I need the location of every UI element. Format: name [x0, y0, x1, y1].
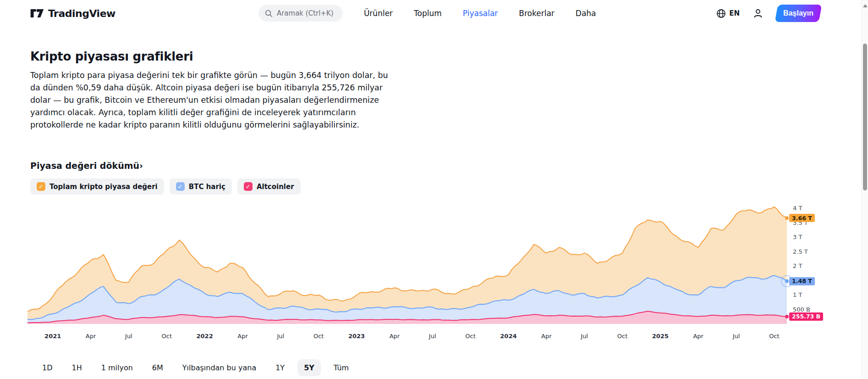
- range-button-1d[interactable]: 1D: [36, 359, 59, 376]
- legend-chip-1[interactable]: ✓BTC hariç: [170, 178, 232, 195]
- x-tick-label: Apr: [390, 333, 400, 340]
- x-tick-label: Apr: [541, 333, 552, 340]
- range-button-5y[interactable]: 5Y: [297, 359, 321, 376]
- time-range-toolbar: 1D1H1 milyon6MYılbaşından bu yana1Y5YTüm: [36, 359, 868, 376]
- x-tick-label: Jul: [277, 333, 284, 340]
- language-switcher[interactable]: EN: [716, 9, 740, 18]
- x-tick-label: Jul: [733, 333, 740, 340]
- user-menu-button[interactable]: [753, 8, 764, 19]
- page-scrollbar[interactable]: [861, 0, 868, 379]
- y-tick-label: 2 T: [793, 262, 802, 269]
- range-button-tüm[interactable]: Tüm: [327, 359, 355, 376]
- last-price-dot-2: [785, 315, 789, 318]
- legend-chip-label: BTC hariç: [189, 183, 225, 191]
- search-icon: [265, 10, 273, 17]
- tradingview-logo-icon: [30, 7, 44, 19]
- x-tick-label: 2025: [652, 333, 669, 340]
- last-price-dot-0: [785, 216, 789, 220]
- checkbox-checked-icon[interactable]: ✓: [176, 182, 185, 191]
- x-tick-label: Oct: [162, 333, 172, 340]
- x-tick-label: Oct: [465, 333, 475, 340]
- nav-item-brokerlar[interactable]: Brokerlar: [519, 9, 555, 18]
- x-tick-label: 2023: [348, 333, 365, 340]
- x-tick-label: 2024: [500, 333, 516, 340]
- legend-chip-2[interactable]: ✓Altcoinler: [237, 178, 301, 195]
- last-price-dot-1: [785, 279, 789, 283]
- main-nav: ÜrünlerToplumPiyasalarBrokerlarDaha: [364, 9, 596, 18]
- x-tick-label: 2022: [197, 333, 213, 340]
- x-axis: 2021AprJulOct2022AprJulOct2023AprJulOct2…: [0, 330, 868, 342]
- x-tick-label: Apr: [237, 333, 248, 340]
- x-tick-label: Oct: [313, 333, 324, 340]
- tradingview-logo[interactable]: TradingView: [30, 7, 115, 19]
- search-placeholder: Aramak (Ctrl+K): [277, 9, 334, 17]
- y-tick-label: 3 T: [793, 234, 802, 240]
- price-badge-2: 255.73 B: [789, 312, 823, 321]
- y-tick-label: 2.5 T: [793, 248, 808, 255]
- x-tick-label: Apr: [86, 333, 96, 340]
- main-content: Kripto piyasası grafikleri Toplam kripto…: [0, 27, 868, 195]
- page-title: Kripto piyasası grafikleri: [30, 50, 868, 63]
- nav-item-toplum[interactable]: Toplum: [414, 9, 442, 18]
- legend-chip-0[interactable]: ✓Toplam kripto piyasa değeri: [30, 178, 164, 195]
- scroll-up-arrow-icon[interactable]: [863, 4, 868, 7]
- legend-chip-label: Altcoinler: [257, 183, 294, 191]
- range-button-1h[interactable]: 1H: [66, 359, 88, 376]
- chart-plot-area[interactable]: [0, 199, 868, 330]
- x-tick-label: Jul: [581, 333, 588, 340]
- x-tick-label: 2021: [44, 333, 61, 340]
- get-started-button[interactable]: Başlayın: [776, 5, 820, 22]
- nav-item-ürünler[interactable]: Ürünler: [364, 9, 393, 18]
- checkbox-checked-icon[interactable]: ✓: [37, 182, 45, 191]
- get-started-label: Başlayın: [776, 5, 820, 22]
- legend-chips: ✓Toplam kripto piyasa değeri✓BTC hariç✓A…: [30, 178, 868, 195]
- x-tick-label: Oct: [769, 333, 779, 340]
- price-badge-1: 1.48 T: [789, 277, 815, 285]
- y-tick-label: 4 T: [793, 205, 802, 212]
- price-badge-0: 3.66 T: [789, 214, 815, 222]
- range-button-yılbaşından-bu-yana[interactable]: Yılbaşından bu yana: [176, 359, 263, 376]
- x-tick-label: Jul: [429, 333, 436, 340]
- x-tick-label: Jul: [125, 333, 132, 340]
- user-icon: [753, 8, 764, 19]
- search-input[interactable]: Aramak (Ctrl+K): [258, 5, 343, 22]
- globe-icon: [716, 9, 726, 18]
- crypto-market-page: TradingView Aramak (Ctrl+K) ÜrünlerToplu…: [0, 0, 868, 379]
- x-tick-label: Apr: [693, 333, 703, 340]
- range-button-1y[interactable]: 1Y: [269, 359, 291, 376]
- nav-item-piyasalar[interactable]: Piyasalar: [463, 9, 498, 18]
- section-title-market-cap-breakdown[interactable]: Piyasa değeri dökümü›: [30, 161, 868, 171]
- logo-text: TradingView: [48, 8, 115, 19]
- checkbox-checked-icon[interactable]: ✓: [244, 182, 253, 191]
- market-cap-chart[interactable]: 4 T3.5 T3 T2.5 T2 T1 T500 B 3.66 T1.48 T…: [0, 199, 868, 330]
- y-tick-label: 1 T: [793, 291, 802, 298]
- top-navbar: TradingView Aramak (Ctrl+K) ÜrünlerToplu…: [0, 0, 868, 27]
- x-tick-label: Oct: [617, 333, 627, 340]
- range-button-1-milyon[interactable]: 1 milyon: [95, 359, 139, 376]
- y-tick-label: 500 B: [793, 306, 810, 313]
- range-button-6m[interactable]: 6M: [146, 359, 170, 376]
- header-right: EN Başlayın: [716, 5, 820, 22]
- page-description: Toplam kripto para piyasa değerini tek b…: [30, 69, 392, 131]
- nav-item-daha[interactable]: Daha: [576, 9, 596, 18]
- legend-chip-label: Toplam kripto piyasa değeri: [49, 183, 158, 191]
- scrollbar-thumb[interactable]: [863, 44, 867, 190]
- language-label: EN: [729, 9, 740, 17]
